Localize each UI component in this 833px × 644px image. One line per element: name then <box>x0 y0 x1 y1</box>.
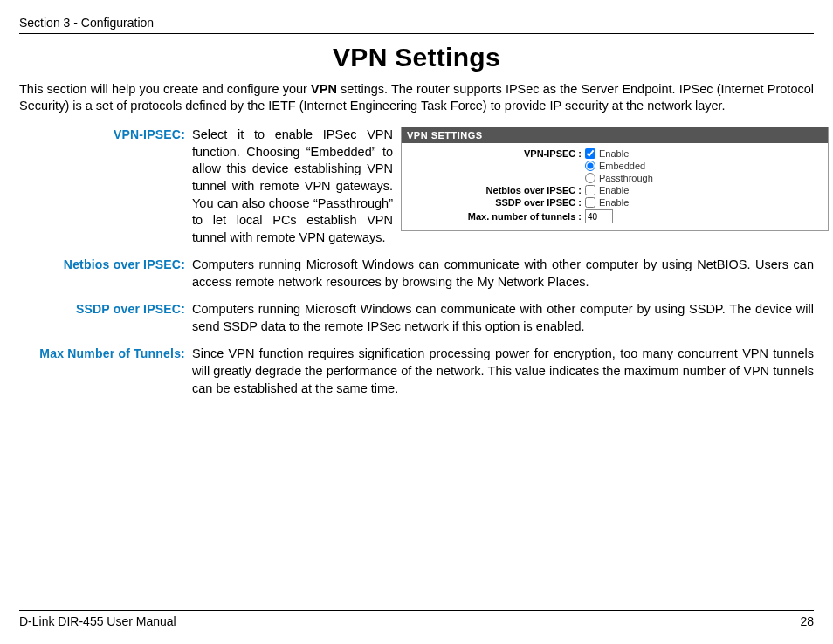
vpn-mode-passthrough-text: Passthrough <box>599 173 653 183</box>
vpn-ipsec-enable-checkbox[interactable] <box>585 148 595 159</box>
panel-title: VPN SETTINGS <box>402 127 828 143</box>
netbios-enable-checkbox[interactable] <box>585 185 595 195</box>
def-netbios-text: Computers running Microsoft Windows can … <box>192 257 814 291</box>
intro-pre: This section will help you create and co… <box>19 82 311 96</box>
def-ssdp-text: Computers running Microsoft Windows can … <box>192 301 814 335</box>
def-vpn-ipsec-text: Select it to enable IPSec VPN function. … <box>192 127 393 246</box>
panel-ssdp-label: SSDP over IPSEC : <box>407 197 585 208</box>
vpn-mode-embedded-text: Embedded <box>599 161 645 171</box>
bottom-rule <box>19 610 814 611</box>
page-footer: D-Link DIR-455 User Manual 28 <box>19 610 814 628</box>
intro-paragraph: This section will help you create and co… <box>19 81 814 114</box>
vpn-mode-passthrough-radio[interactable] <box>585 173 595 183</box>
def-maxtun-label: Max Number of Tunnels: <box>19 346 192 397</box>
def-vpn-ipsec-label: VPN-IPSEC: <box>19 127 192 246</box>
vpn-settings-panel: VPN SETTINGS VPN-IPSEC : Enable Embedded <box>401 127 829 231</box>
panel-vpn-ipsec-label: VPN-IPSEC : <box>407 148 585 159</box>
def-netbios-label: Netbios over IPSEC: <box>19 257 192 291</box>
section-header: Section 3 - Configuration <box>19 16 814 30</box>
intro-bold: VPN <box>311 82 337 96</box>
panel-body: VPN-IPSEC : Enable Embedded <box>402 143 828 230</box>
def-ssdp-label: SSDP over IPSEC: <box>19 301 192 335</box>
netbios-enable-text: Enable <box>599 185 629 195</box>
def-maxtun-text: Since VPN function requires significatio… <box>192 346 814 397</box>
top-rule <box>19 33 814 34</box>
footer-left: D-Link DIR-455 User Manual <box>19 614 176 628</box>
panel-netbios-label: Netbios over IPSEC : <box>407 185 585 195</box>
panel-maxtun-label: Max. number of tunnels : <box>407 211 585 222</box>
page-title: VPN Settings <box>19 43 814 72</box>
ssdp-enable-text: Enable <box>599 197 629 208</box>
footer-page-number: 28 <box>800 614 814 628</box>
vpn-ipsec-enable-text: Enable <box>599 148 629 159</box>
ssdp-enable-checkbox[interactable] <box>585 197 595 208</box>
vpn-mode-embedded-radio[interactable] <box>585 161 595 171</box>
maxtun-input[interactable] <box>585 209 613 223</box>
